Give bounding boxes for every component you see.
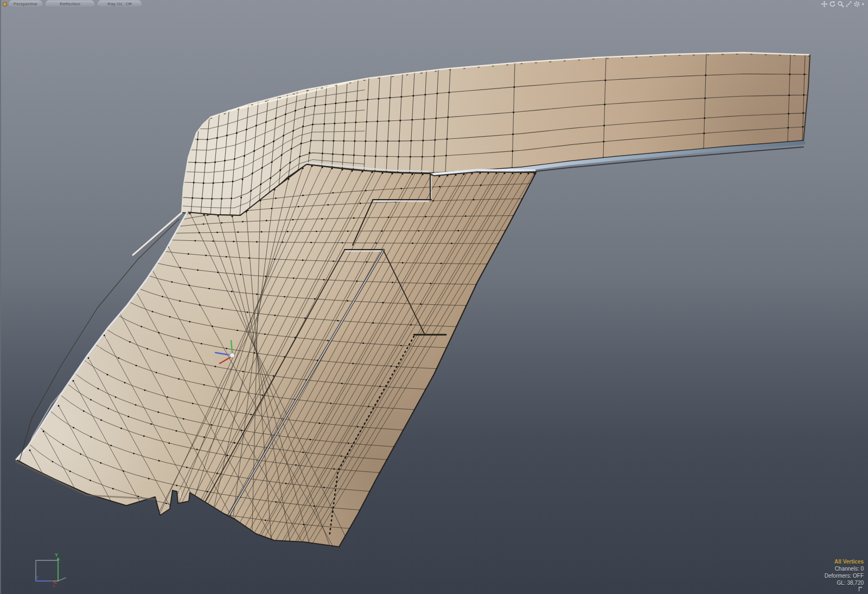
rotate-icon[interactable] <box>829 1 836 8</box>
axis-z-label: Z <box>36 575 39 580</box>
indicator-dot-icon[interactable] <box>3 2 7 7</box>
axis-y-label: Y <box>55 552 58 558</box>
raygl-button[interactable]: Ray GL: Off <box>98 1 142 7</box>
viewport-canvas[interactable]: YZx <box>0 0 868 594</box>
corner-mark-icon <box>858 586 863 592</box>
viewport-nav-toolbar <box>821 1 866 8</box>
expand-arrow-icon[interactable] <box>861 1 866 8</box>
axis-x-label: x <box>53 583 55 588</box>
viewport-left-border <box>0 0 1 594</box>
viewport-3d: YZx Perspective Reflection Ray GL: Off A… <box>0 0 868 594</box>
settings-icon[interactable] <box>853 1 860 8</box>
gl-count-label: GL: 38,720 <box>825 579 864 586</box>
deformers-label: Deformers: OFF <box>825 572 864 579</box>
maximize-icon[interactable] <box>845 1 852 8</box>
perspective-button[interactable]: Perspective <box>9 1 42 7</box>
channels-label: Channels: 0 <box>825 565 864 572</box>
selection-mode-label: All Vertices <box>825 558 864 565</box>
viewport-status: All Vertices Channels: 0 Deformers: OFF … <box>825 558 864 586</box>
viewport-mode-toolbar: Perspective Reflection Ray GL: Off <box>9 1 142 7</box>
zoom-icon[interactable] <box>837 1 844 8</box>
pan-icon[interactable] <box>821 1 828 8</box>
reflection-button[interactable]: Reflection <box>46 1 94 7</box>
